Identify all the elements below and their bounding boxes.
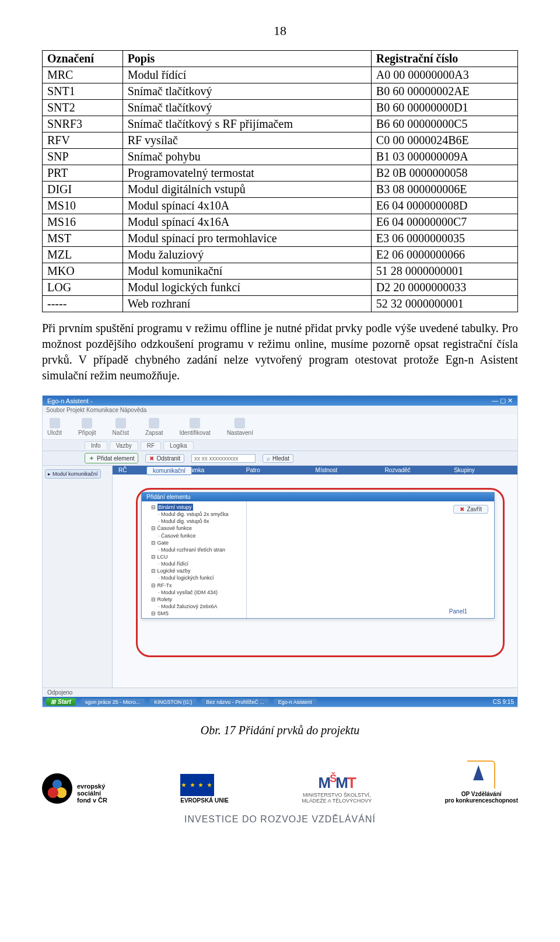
main-area: ▸ Modul komunikační RČ Popis Poznámka Pa… — [43, 466, 517, 688]
esf-text: evropský sociální fond v ČR — [77, 783, 107, 804]
table-cell: SNT1 — [43, 83, 123, 100]
table-cell: MS10 — [43, 198, 123, 214]
element-tree[interactable]: ⊟ Binární vstupy· Modul dig. vstupů 2x s… — [142, 501, 247, 618]
table-row: PRTProgramovatelný termostatB2 0B 000000… — [43, 165, 518, 182]
table-cell: RF vysílač — [123, 132, 371, 149]
table-cell: MRC — [43, 67, 123, 83]
save-icon — [50, 418, 60, 428]
col-rozvadec: Rozvaděč — [379, 466, 448, 475]
toolbar-label: Nastavení — [227, 430, 253, 436]
search-input[interactable] — [191, 454, 256, 463]
msmt-logo-block: MŠMT MINISTERSTVO ŠKOLSTVÍ, MLÁDEŽE A TĚ… — [302, 773, 372, 804]
esf-line: evropský — [77, 783, 107, 790]
menu-bar[interactable]: Soubor Projekt Komunikace Nápověda — [43, 406, 517, 414]
odstranit-button[interactable]: ✖Odstranit — [145, 454, 184, 463]
tree-node[interactable]: ⊟ Gate — [145, 539, 244, 546]
tree-node[interactable]: · Modul logických funkcí — [145, 574, 244, 581]
table-cell: Modul komunikační — [123, 263, 371, 280]
msmt-logo-icon: MŠMT — [302, 773, 372, 792]
figure-caption: Obr. 17 Přidání prvků do projektu — [42, 724, 518, 737]
tree-node[interactable]: · Modul vysílač (IDM 434) — [145, 589, 244, 596]
taskbar-item[interactable]: KINGSTON (G:) — [149, 699, 197, 706]
tree-node[interactable]: · Modul žaluziový 2x6x6A — [145, 603, 244, 610]
th-registracni: Registrační číslo — [371, 51, 517, 67]
table-row: MZLModu žaluziovýE2 06 0000000066 — [43, 247, 518, 263]
table-row: RFVRF vysílačC0 00 0000024B6E — [43, 132, 518, 149]
table-cell: E3 06 0000000035 — [371, 231, 517, 247]
th-popis: Popis — [123, 51, 371, 67]
col-mistnost: Místnost — [310, 466, 379, 475]
toolbar-nastaveni[interactable]: Nastavení — [227, 418, 253, 436]
opvk-line: pro konkurenceschopnost — [444, 797, 518, 804]
table-row: DIGIModul digitálních vstupůB3 08 000000… — [43, 182, 518, 198]
identify-icon — [190, 418, 200, 428]
pridat-element-button[interactable]: ＋Přidat element — [85, 453, 138, 463]
tree-node[interactable]: ⊟ LCU — [145, 553, 244, 560]
tree-node[interactable]: · Modul dig. vstupů 2x smyčka — [145, 511, 244, 518]
taskbar-tray: CS 9:15 — [493, 699, 514, 705]
table-cell: SNP — [43, 149, 123, 165]
toolbar-pripojit[interactable]: Připojit — [78, 418, 96, 436]
taskbar-item[interactable]: sgon práce 25 - Micro... — [80, 699, 145, 706]
toolbar-nacist[interactable]: Načíst — [113, 418, 129, 436]
table-cell: Modul spínací 4x16A — [123, 214, 371, 231]
table-header-row: Označení Popis Registrační číslo — [43, 51, 518, 67]
table-cell: SNRF3 — [43, 116, 123, 132]
page-number: 18 — [42, 23, 518, 39]
table-row: MS10Modul spínací 4x10AE6 04 000000008D — [43, 198, 518, 214]
dialog-title: Přidání elementu — [142, 493, 494, 501]
opvk-logo-block: OP Vzdělávání pro konkurenceschopnost — [444, 760, 518, 804]
taskbar-item[interactable]: Bez názvu - ProhlížeČ ... — [201, 699, 269, 706]
opvk-icon — [467, 760, 495, 789]
tree-node[interactable]: · Modul řídící — [145, 560, 244, 567]
opvk-line: OP Vzdělávání — [444, 791, 518, 797]
taskbar-item[interactable]: Ego-n Asistent — [274, 699, 317, 706]
tab-vazby[interactable]: Vazby — [110, 441, 138, 449]
tree-node[interactable]: ⊟ SMS — [145, 610, 244, 617]
table-cell: E6 04 000000008D — [371, 198, 517, 214]
table-cell: PRT — [43, 165, 123, 182]
start-label: Start — [58, 699, 71, 705]
table-row: SNPSnímač pohybuB1 03 000000009A — [43, 149, 518, 165]
table-cell: Modul digitálních vstupů — [123, 182, 371, 198]
table-cell: MZL — [43, 247, 123, 263]
eu-logo-block: ★ ★ ★ ★ EVROPSKÁ UNIE — [180, 774, 229, 804]
table-cell: B6 60 00000000C5 — [371, 116, 517, 132]
tab-info[interactable]: Info — [85, 441, 107, 449]
windows-logo-icon: ⊞ — [51, 699, 55, 705]
toolbar-zapsat[interactable]: Zapsat — [145, 418, 163, 436]
msmt-line: MLÁDEŽE A TĚLOVÝCHOVY — [302, 798, 372, 804]
dialog-body: ⊟ Binární vstupy· Modul dig. vstupů 2x s… — [142, 501, 494, 618]
tree-node[interactable]: ⊟ Snímače osvětlení — [145, 617, 244, 618]
toolbar-ulozit[interactable]: Uložit — [47, 418, 62, 436]
zavrit-button[interactable]: ✖ Zavřít — [453, 505, 488, 514]
tree-node[interactable]: · Modul rozhraní třetích stran — [145, 546, 244, 553]
tree-node[interactable]: · Časové funkce — [145, 532, 244, 539]
tree-node[interactable]: ⊟ Logické vazby — [145, 567, 244, 574]
tree-node[interactable]: · Modul dig. vstupů 8x — [145, 518, 244, 525]
table-cell: B0 60 00000000D1 — [371, 100, 517, 116]
tab-rf[interactable]: RF — [141, 441, 161, 449]
tab-logika[interactable]: Logika — [163, 441, 193, 449]
sidebar-item-modul-komunikacni[interactable]: ▸ Modul komunikační — [45, 469, 101, 479]
start-button[interactable]: ⊞ Start — [46, 698, 76, 706]
table-cell: E2 06 0000000066 — [371, 247, 517, 263]
table-cell: Snímač tlačítkový s RF přijímačem — [123, 116, 371, 132]
toolbar-identifikovat[interactable]: Identifikovat — [180, 418, 211, 436]
eu-flag-icon: ★ ★ ★ ★ — [180, 774, 214, 796]
toolbar-label: Zapsat — [145, 430, 163, 436]
hledat-button[interactable]: ⌕Hledat — [262, 454, 293, 463]
tree-node[interactable]: ⊟ Časové funkce — [145, 525, 244, 532]
tree-node[interactable]: ⊟ RF-Tx — [145, 582, 244, 589]
tree-node[interactable]: ⊟ Binární vstupy — [145, 504, 244, 511]
table-cell: Modul řídící — [123, 67, 371, 83]
load-icon — [116, 418, 126, 428]
window-controls[interactable]: — ▢ ✕ — [492, 397, 513, 404]
table-cell: B0 60 00000002AE — [371, 83, 517, 100]
sidebar-item-label: Modul komunikační — [52, 471, 98, 477]
tree-node[interactable]: ⊟ Rolety — [145, 596, 244, 603]
table-row: MSTModul spínací pro termohlaviceE3 06 0… — [43, 231, 518, 247]
table-cell: Snímač tlačítkový — [123, 100, 371, 116]
col-patro: Patro — [240, 466, 310, 475]
tag-pill[interactable]: komunikační — [146, 466, 192, 475]
